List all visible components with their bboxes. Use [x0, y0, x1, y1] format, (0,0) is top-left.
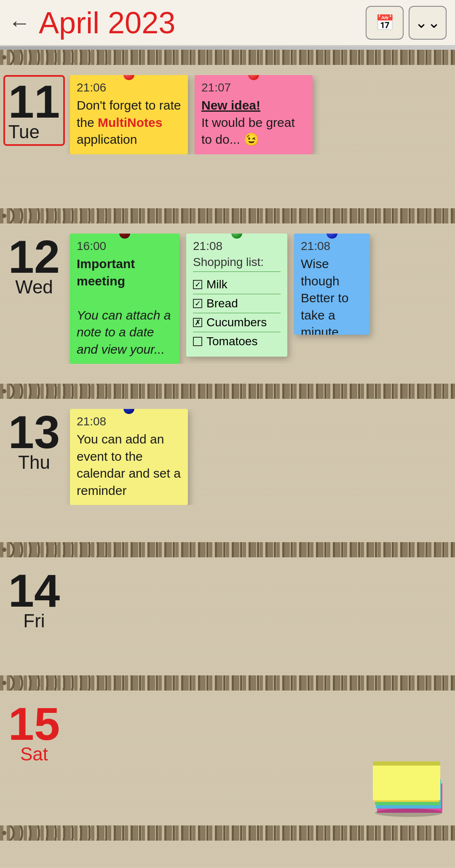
- calendar-view-button[interactable]: 📅: [366, 6, 404, 40]
- meeting-body: You can attach a note to a date and view…: [77, 308, 171, 356]
- note-11-1-time: 21:06: [77, 81, 181, 94]
- bottom-separator: [0, 825, 455, 841]
- calendar-body: 11 Tue 21:06 Don't forget to rate the Mu…: [0, 50, 455, 868]
- scroll-indicator: [0, 46, 455, 50]
- checkbox-cucumbers: [193, 318, 202, 327]
- day-row-12: 12 Wed 16:00 Important meeting You can a…: [0, 223, 455, 384]
- note-12-2-time: 21:08: [193, 239, 281, 253]
- cucumbers-label: Cucumbers: [206, 316, 267, 329]
- pin-blue: [327, 234, 337, 239]
- today-highlight: 11 Tue: [3, 75, 65, 146]
- note-11-2-body: New idea! It would be great to do... 😉: [201, 97, 306, 148]
- milk-label: Milk: [206, 278, 228, 291]
- day-14-name: Fri: [23, 610, 45, 632]
- day-row-13: 13 Thu 21:08 You can add an event to the…: [0, 399, 455, 542]
- checklist-item-bread: Bread: [193, 294, 281, 313]
- checkbox-milk: [193, 280, 202, 289]
- day-13-notes: 21:08 You can add an event to the calend…: [62, 409, 448, 505]
- note-11-1[interactable]: 21:06 Don't forget to rate the MultiNote…: [70, 75, 188, 154]
- note-13-1-time: 21:08: [77, 415, 181, 428]
- note-12-3-body: Wise thoughBetter to take a minute and w…: [301, 255, 363, 335]
- pin-dark-blue: [123, 409, 134, 414]
- note-12-1-body: Important meeting You can attach a note …: [77, 255, 173, 358]
- day-separator-12: [0, 208, 455, 223]
- checklist-item-cucumbers: Cucumbers: [193, 313, 281, 332]
- multinotes-text: MultiNotes: [98, 116, 162, 129]
- day-15-name: Sat: [20, 744, 48, 765]
- day-12-name: Wed: [15, 277, 53, 298]
- meeting-title: Important meeting: [77, 257, 135, 288]
- checklist-item-milk: Milk: [193, 275, 281, 294]
- svg-point-6: [375, 809, 442, 817]
- tomatoes-label: Tomatoes: [206, 335, 257, 348]
- day-13-date-col: 13 Thu: [7, 409, 62, 473]
- checklist-item-tomatoes: Tomatoes: [193, 332, 281, 351]
- expand-button[interactable]: ⌄⌄: [409, 6, 447, 40]
- day-row-14: 14 Fri: [0, 557, 455, 675]
- note-12-2[interactable]: 21:08 Shopping list: Milk Bread Cucumber…: [186, 234, 287, 357]
- checkbox-tomatoes: [193, 337, 202, 346]
- day-row-15: 15 Sat: [0, 691, 455, 825]
- pin-red: [123, 75, 134, 80]
- month-title: April 2023: [39, 5, 361, 40]
- day-15-date-col: 15 Sat: [7, 701, 62, 765]
- pin-green: [231, 234, 242, 239]
- note-13-1[interactable]: 21:08 You can add an event to the calend…: [70, 409, 188, 505]
- day-11-notes: 21:06 Don't forget to rate the MultiNote…: [62, 75, 448, 154]
- chevron-down-icon: ⌄⌄: [415, 14, 440, 32]
- bread-label: Bread: [206, 297, 238, 310]
- note-12-1-time: 16:00: [77, 239, 173, 253]
- day-separator-13: [0, 384, 455, 399]
- back-button[interactable]: ←: [8, 12, 30, 34]
- pin-dark-red: [119, 234, 130, 239]
- note-11-1-body: Don't forget to rate the MultiNotes appl…: [77, 97, 181, 148]
- day-11-number: 11: [8, 78, 60, 125]
- note-13-1-body: You can add an event to the calendar and…: [77, 431, 181, 499]
- day-13-name: Thu: [18, 452, 50, 473]
- checkbox-bread: [193, 299, 202, 308]
- day-12-notes: 16:00 Important meeting You can attach a…: [62, 234, 448, 364]
- day-separator-15: [0, 675, 455, 691]
- checklist-header: Shopping list:: [193, 255, 281, 272]
- note-11-2-title: New idea!: [201, 98, 260, 112]
- day-11-date-col: 11 Tue: [7, 75, 62, 146]
- day-separator-14: [0, 542, 455, 557]
- notepad-stack: [371, 750, 447, 817]
- day-14-date-col: 14 Fri: [7, 567, 62, 632]
- day-row-11: 11 Tue 21:06 Don't forget to rate the Mu…: [0, 65, 455, 208]
- svg-rect-4: [373, 762, 440, 800]
- day-14-number: 14: [8, 567, 60, 614]
- day-12-number: 12: [8, 234, 60, 280]
- note-12-1[interactable]: 16:00 Important meeting You can attach a…: [70, 234, 179, 364]
- svg-rect-5: [373, 761, 440, 766]
- day-15-number: 15: [8, 701, 60, 747]
- app-header: ← April 2023 📅 ⌄⌄: [0, 0, 455, 46]
- note-12-3-time: 21:08: [301, 239, 363, 253]
- note-12-3[interactable]: 21:08 Wise thoughBetter to take a minute…: [294, 234, 370, 335]
- day-13-number: 13: [8, 409, 60, 455]
- day-separator-11: [0, 50, 455, 65]
- note-11-2[interactable]: 21:07 New idea! It would be great to do.…: [195, 75, 313, 154]
- note-11-2-time: 21:07: [201, 81, 306, 94]
- calendar-icon: 📅: [375, 14, 394, 32]
- pin-red-2: [248, 75, 259, 80]
- day-12-date-col: 12 Wed: [7, 234, 62, 298]
